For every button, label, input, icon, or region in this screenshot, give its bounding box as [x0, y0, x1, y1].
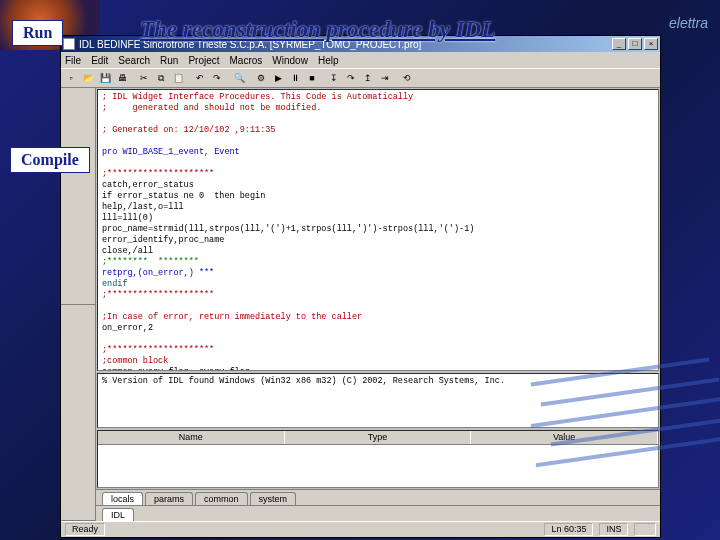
code-line: ;******** ******** — [102, 257, 654, 268]
menu-run[interactable]: Run — [160, 55, 178, 66]
new-file-icon[interactable]: ▫ — [63, 70, 79, 86]
slide-title: The reconstruction procedure by IDL — [140, 17, 495, 43]
run-to-icon[interactable]: ⇥ — [377, 70, 393, 86]
menu-edit[interactable]: Edit — [91, 55, 108, 66]
output-console[interactable]: % Version of IDL found Windows (Win32 x8… — [97, 373, 659, 428]
code-line: ; Generated on: 12/10/102 ,9:11:35 — [102, 125, 654, 136]
redo-icon[interactable]: ↷ — [209, 70, 225, 86]
menu-help[interactable]: Help — [318, 55, 339, 66]
code-line: ; IDL Widget Interface Procedures. This … — [102, 92, 654, 103]
app-icon — [63, 38, 75, 50]
code-line — [102, 136, 654, 147]
callout-run: Run — [12, 20, 63, 46]
code-line: ;********************* — [102, 169, 654, 180]
code-line: retprg,(on_error,) *** — [102, 268, 654, 279]
tab-common[interactable]: common — [195, 492, 248, 505]
tab-params[interactable]: params — [145, 492, 193, 505]
paste-icon[interactable]: 📋 — [170, 70, 186, 86]
minimize-button[interactable]: _ — [612, 38, 626, 50]
step-over-icon[interactable]: ↷ — [343, 70, 359, 86]
code-line: if error_status ne 0 then begin — [102, 191, 654, 202]
reset-icon[interactable]: ⟲ — [399, 70, 415, 86]
vars-tabs: localsparamscommonsystem — [96, 489, 660, 505]
copy-icon[interactable]: ⧉ — [153, 70, 169, 86]
code-line: ;common block — [102, 356, 654, 367]
undo-icon[interactable]: ↶ — [192, 70, 208, 86]
output-text: % Version of IDL found Windows (Win32 x8… — [102, 376, 505, 386]
code-line — [102, 114, 654, 125]
close-button[interactable]: × — [644, 38, 658, 50]
col-name[interactable]: Name — [98, 431, 285, 444]
code-line: close,/all — [102, 246, 654, 257]
compile-icon[interactable]: ⚙ — [253, 70, 269, 86]
code-line: error_identify,proc_name — [102, 235, 654, 246]
col-value[interactable]: Value — [471, 431, 658, 444]
variables-pane: Name Type Value — [97, 430, 659, 488]
code-line: catch,error_status — [102, 180, 654, 191]
tab-system[interactable]: system — [250, 492, 297, 505]
save-icon[interactable]: 💾 — [97, 70, 113, 86]
status-ins: INS — [599, 523, 628, 536]
code-line: ;In case of error, return immediately to… — [102, 312, 654, 323]
tab-idl[interactable]: IDL — [102, 508, 134, 521]
variables-header: Name Type Value — [98, 431, 658, 445]
find-icon[interactable]: 🔍 — [231, 70, 247, 86]
sidebar-tab[interactable] — [61, 88, 95, 305]
stop-icon[interactable]: ■ — [304, 70, 320, 86]
run-icon[interactable]: ▶ — [270, 70, 286, 86]
code-line — [102, 158, 654, 169]
ide-window: IDL BEDINFE Sincrotrone Trieste S.C.p.A.… — [60, 35, 661, 538]
code-line: on_error,2 — [102, 323, 654, 334]
code-line: proc_name=strmid(lll,strpos(lll,'(')+1,s… — [102, 224, 654, 235]
menu-window[interactable]: Window — [272, 55, 308, 66]
col-type[interactable]: Type — [285, 431, 472, 444]
ide-toolbar: ▫📂💾🖶✂⧉📋↶↷🔍⚙▶⏸■↧↷↥⇥⟲ — [61, 68, 660, 88]
code-line: common every_flag, every_flag — [102, 367, 654, 371]
status-ready: Ready — [65, 523, 105, 536]
step-out-icon[interactable]: ↥ — [360, 70, 376, 86]
callout-compile: Compile — [10, 147, 90, 173]
menu-project[interactable]: Project — [188, 55, 219, 66]
sidebar-tab[interactable] — [61, 305, 95, 522]
cut-icon[interactable]: ✂ — [136, 70, 152, 86]
code-line: endif — [102, 279, 654, 290]
statusbar: Ready Ln 60:35 INS — [61, 521, 660, 537]
open-file-icon[interactable]: 📂 — [80, 70, 96, 86]
variables-body[interactable] — [98, 445, 658, 487]
code-line: help,/last,o=lll — [102, 202, 654, 213]
maximize-button[interactable]: □ — [628, 38, 642, 50]
pause-icon[interactable]: ⏸ — [287, 70, 303, 86]
code-line: ;********************* — [102, 290, 654, 301]
ide-menubar: FileEditSearchRunProjectMacrosWindowHelp — [61, 52, 660, 68]
tab-locals[interactable]: locals — [102, 492, 143, 505]
code-line — [102, 334, 654, 345]
logo-text: elettra — [661, 5, 716, 40]
code-editor[interactable]: ; IDL Widget Interface Procedures. This … — [97, 89, 659, 371]
menu-search[interactable]: Search — [118, 55, 150, 66]
code-line: ;********************* — [102, 345, 654, 356]
status-empty — [634, 523, 656, 536]
step-into-icon[interactable]: ↧ — [326, 70, 342, 86]
menu-file[interactable]: File — [65, 55, 81, 66]
console-tabs: IDL — [96, 505, 660, 521]
code-line: pro WID_BASE_1_event, Event — [102, 147, 654, 158]
code-line: lll=lll(0) — [102, 213, 654, 224]
status-line: Ln 60:35 — [544, 523, 593, 536]
print-icon[interactable]: 🖶 — [114, 70, 130, 86]
code-line — [102, 301, 654, 312]
code-line: ; generated and should not be modified. — [102, 103, 654, 114]
menu-macros[interactable]: Macros — [230, 55, 263, 66]
